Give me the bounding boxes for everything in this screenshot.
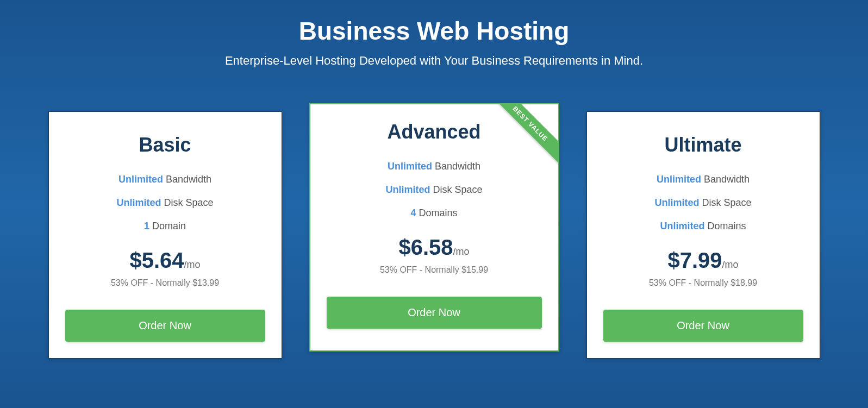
- feature-bandwidth: Unlimited Bandwidth: [603, 174, 803, 185]
- plan-title: Ultimate: [603, 134, 803, 156]
- plan-card-ultimate: Ultimate Unlimited Bandwidth Unlimited D…: [586, 111, 820, 359]
- feature-domains: 4 Domains: [327, 208, 542, 219]
- feature-text: Disk Space: [161, 197, 213, 208]
- feature-highlight: Unlimited: [657, 174, 701, 185]
- discount-text: 53% OFF - Normally $18.99: [603, 278, 803, 288]
- feature-text: Bandwidth: [701, 174, 750, 185]
- price-row: $5.64/mo: [65, 248, 265, 273]
- feature-text: Domain: [149, 221, 186, 231]
- feature-text: Domains: [416, 208, 457, 218]
- page-header: Business Web Hosting Enterprise-Level Ho…: [11, 16, 857, 68]
- plan-card-basic: Basic Unlimited Bandwidth Unlimited Disk…: [48, 111, 282, 359]
- feature-text: Bandwidth: [163, 174, 211, 185]
- discount-text: 53% OFF - Normally $13.99: [65, 278, 265, 288]
- price-amount: $6.58: [398, 235, 453, 259]
- discount-text: 53% OFF - Normally $15.99: [327, 265, 542, 275]
- plan-title: Advanced: [327, 121, 542, 143]
- price-period: /mo: [453, 246, 470, 257]
- plan-card-advanced: BEST VALUE Advanced Unlimited Bandwidth …: [309, 103, 559, 351]
- feature-diskspace: Unlimited Disk Space: [327, 184, 542, 196]
- feature-highlight: Unlimited: [116, 197, 161, 208]
- feature-diskspace: Unlimited Disk Space: [65, 197, 265, 209]
- feature-domains: 1 Domain: [65, 221, 265, 232]
- price-row: $6.58/mo: [327, 235, 542, 260]
- order-now-button[interactable]: Order Now: [603, 310, 803, 342]
- price-period: /mo: [722, 259, 739, 270]
- price-amount: $7.99: [667, 248, 722, 272]
- feature-highlight: Unlimited: [660, 221, 704, 231]
- feature-highlight: 1: [144, 221, 149, 231]
- price-row: $7.99/mo: [603, 248, 803, 273]
- feature-bandwidth: Unlimited Bandwidth: [65, 174, 265, 185]
- page-title: Business Web Hosting: [11, 16, 857, 46]
- order-now-button[interactable]: Order Now: [327, 297, 542, 329]
- feature-highlight: Unlimited: [385, 184, 430, 195]
- feature-domains: Unlimited Domains: [603, 221, 803, 232]
- price-period: /mo: [184, 259, 201, 270]
- feature-diskspace: Unlimited Disk Space: [603, 197, 803, 209]
- feature-highlight: 4: [410, 208, 416, 218]
- feature-highlight: Unlimited: [388, 161, 432, 172]
- feature-highlight: Unlimited: [118, 174, 163, 185]
- feature-text: Disk Space: [699, 197, 751, 208]
- order-now-button[interactable]: Order Now: [65, 310, 265, 342]
- pricing-cards: Basic Unlimited Bandwidth Unlimited Disk…: [11, 111, 857, 359]
- feature-bandwidth: Unlimited Bandwidth: [327, 161, 542, 172]
- plan-title: Basic: [65, 134, 265, 156]
- feature-text: Disk Space: [430, 184, 482, 195]
- price-amount: $5.64: [129, 248, 184, 272]
- page-subtitle: Enterprise-Level Hosting Developed with …: [11, 54, 857, 68]
- feature-text: Bandwidth: [432, 161, 480, 172]
- feature-highlight: Unlimited: [654, 197, 699, 208]
- feature-text: Domains: [704, 221, 746, 231]
